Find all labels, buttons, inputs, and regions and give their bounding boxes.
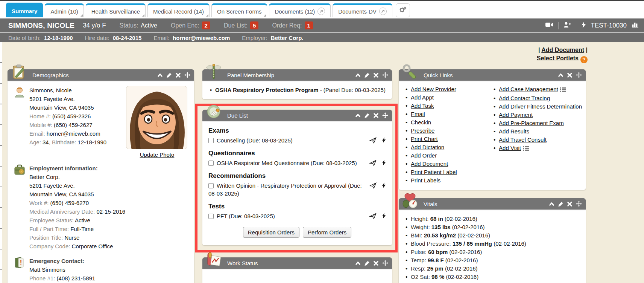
quick-link[interactable]: Add Results [499, 128, 529, 135]
requisition-orders-button[interactable]: Requisition Orders [243, 227, 299, 238]
order-req-badge[interactable]: 1 [305, 21, 313, 29]
quick-link[interactable]: Add Visit [499, 145, 521, 151]
tab-on-screen-forms[interactable]: On Screen Forms [211, 3, 267, 17]
add-document-link[interactable]: Add Document [541, 47, 584, 53]
collapse-icon[interactable] [355, 260, 361, 266]
patient-age-sex: 34 y/o F [83, 22, 106, 29]
home-phone: (650) 459-2326 [52, 113, 91, 119]
chart-icon[interactable] [632, 21, 639, 30]
quick-link[interactable]: Add Pre-Placement Exam [499, 120, 564, 126]
dob-value: 12-18-1990 [44, 35, 73, 41]
lightning-icon[interactable] [382, 213, 386, 221]
mobile-phone: (650) 459-2627 [54, 122, 93, 128]
move-icon[interactable] [576, 72, 582, 78]
caduceus-icon [205, 64, 222, 80]
due-item-checkbox[interactable] [208, 183, 214, 188]
tab-summary[interactable]: Summary [6, 3, 43, 17]
close-icon[interactable] [373, 72, 379, 78]
move-icon[interactable] [576, 201, 582, 207]
lightning-icon[interactable] [382, 160, 386, 168]
video-camera-icon[interactable] [545, 21, 553, 29]
quick-link[interactable]: Checkin [411, 119, 431, 125]
vital-row: Resp: 25 pm (02-02-2016) [405, 265, 580, 273]
quick-link[interactable]: Add Order [411, 152, 437, 159]
edit-icon[interactable] [166, 72, 172, 78]
due-item: PFT (Due: 08-03-2025) [208, 212, 386, 220]
quick-link[interactable]: Print Labels [411, 177, 440, 184]
due-list-badge[interactable]: 5 [250, 21, 258, 29]
email-label: Email: [153, 35, 169, 41]
send-icon[interactable] [369, 137, 377, 145]
edit-icon[interactable] [364, 260, 370, 266]
lightning-icon[interactable] [581, 21, 586, 30]
tab-settings-button[interactable] [396, 3, 410, 17]
move-icon[interactable] [382, 260, 388, 266]
tab-medical-record[interactable]: Medical Record (14) [147, 3, 210, 17]
edit-icon[interactable] [558, 201, 564, 207]
quick-link[interactable]: Add Case Management [499, 86, 558, 92]
quick-link[interactable]: Add Contact Tracing [499, 95, 550, 101]
hire-date-label: Hire date: [85, 35, 109, 41]
perform-orders-button[interactable]: Perform Orders [303, 227, 351, 238]
external-link-icon[interactable] [317, 8, 325, 15]
close-icon[interactable] [373, 113, 379, 118]
open-enc-badge[interactable]: 2 [202, 21, 210, 29]
quick-link[interactable]: Print Patient Label [411, 169, 457, 175]
quick-link[interactable]: Add Appt [411, 94, 434, 101]
hire-date-value: 08-24-2015 [113, 35, 142, 41]
patient-name-link[interactable]: Simmons, Nicole [29, 87, 72, 93]
edit-icon[interactable] [364, 113, 370, 118]
tab-documents[interactable]: Documents (12) [269, 3, 331, 17]
quick-link[interactable]: Print Chart [411, 136, 438, 142]
send-icon[interactable] [369, 182, 377, 191]
portlet-title: Vitals [424, 201, 437, 207]
move-icon[interactable] [382, 72, 388, 78]
quick-link[interactable]: Prescribe [411, 127, 434, 134]
tab-health-surveillance[interactable]: Health Surveillance [86, 3, 146, 17]
quick-link[interactable]: Add Driver Fitness Determination [499, 103, 582, 110]
tab-documents-dv[interactable]: Documents-DV [333, 3, 392, 17]
lightning-icon[interactable] [382, 137, 386, 145]
emergency-name: Matt Simmons [29, 265, 95, 274]
quick-link[interactable]: Add Task [411, 102, 434, 109]
close-icon[interactable] [567, 201, 573, 207]
quick-link[interactable]: Add New Provider [411, 86, 456, 92]
emergency-contact-icon: ! [14, 257, 26, 269]
list-icon[interactable] [560, 86, 566, 94]
collapse-icon[interactable] [558, 72, 564, 78]
external-link-icon[interactable] [379, 8, 387, 15]
add-person-icon[interactable] [564, 21, 571, 29]
svg-text:!: ! [20, 259, 22, 266]
send-icon[interactable] [369, 213, 377, 221]
quick-link[interactable]: Add Payment [499, 112, 533, 118]
due-item-checkbox[interactable] [208, 161, 214, 166]
due-item-checkbox[interactable] [208, 138, 214, 143]
panel-program-item: OSHA Respiratory Protection Program - (P… [208, 86, 386, 94]
quick-link[interactable]: Add Dictation [411, 144, 444, 150]
help-icon[interactable]: ? [580, 56, 588, 63]
edit-icon[interactable] [364, 72, 370, 78]
quick-link[interactable]: Add Travel Consult [499, 136, 547, 143]
close-icon[interactable] [373, 260, 379, 266]
close-icon[interactable] [567, 72, 573, 78]
collapse-icon[interactable] [355, 113, 361, 118]
patient-name: SIMMONS, NICOLE [8, 21, 74, 30]
collapse-icon[interactable] [355, 72, 361, 78]
move-icon[interactable] [184, 72, 190, 78]
quick-link[interactable]: Add Document [411, 161, 448, 167]
quick-links-portlet: Quick Links Add New Provider Add Appt Ad… [399, 69, 586, 190]
portlet-title: Due List [227, 112, 248, 119]
select-portlets-link[interactable]: Select Portlets [537, 55, 579, 61]
lightning-icon[interactable] [382, 182, 386, 191]
tab-admin[interactable]: Admin (10) [45, 3, 84, 17]
due-item-checkbox[interactable] [208, 214, 214, 219]
send-icon[interactable] [369, 160, 377, 168]
list-icon[interactable] [523, 145, 529, 153]
quick-link[interactable]: Email [411, 111, 425, 117]
collapse-icon[interactable] [157, 72, 163, 78]
move-icon[interactable] [382, 112, 388, 118]
due-section-heading: Recommendations [208, 172, 386, 180]
collapse-icon[interactable] [549, 201, 554, 207]
update-photo-link[interactable]: Update Photo [140, 151, 175, 158]
close-icon[interactable] [175, 72, 181, 78]
